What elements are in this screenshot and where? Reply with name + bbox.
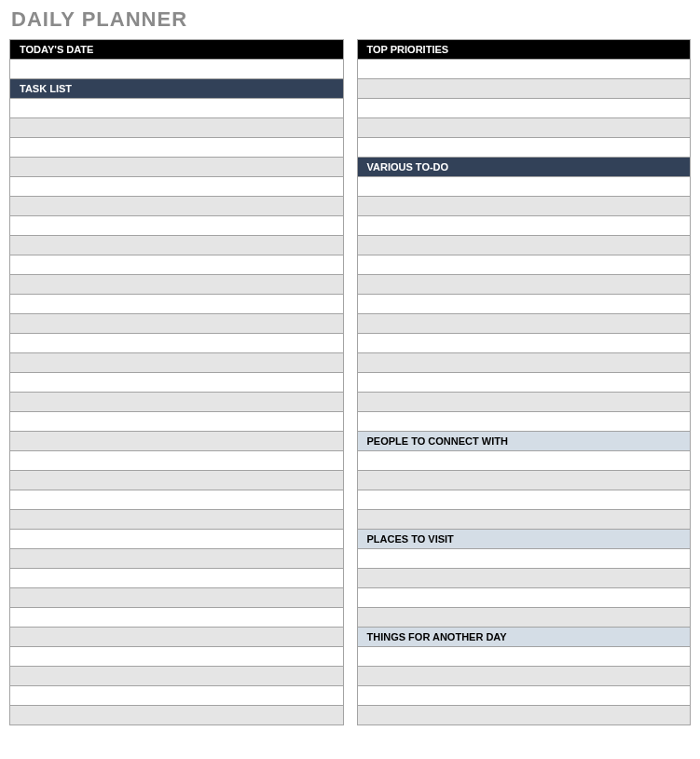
task-row[interactable] xyxy=(9,235,344,255)
todo-row[interactable] xyxy=(357,411,692,432)
task-row[interactable] xyxy=(9,274,344,295)
todo-row[interactable] xyxy=(357,274,692,295)
task-row[interactable] xyxy=(9,450,344,471)
priority-row[interactable] xyxy=(357,78,692,99)
another-day-row[interactable] xyxy=(357,666,692,686)
page-title: DAILY PLANNER xyxy=(11,7,691,32)
task-row[interactable] xyxy=(9,157,344,177)
task-row[interactable] xyxy=(9,411,344,432)
task-row[interactable] xyxy=(9,313,344,334)
priority-row[interactable] xyxy=(357,98,692,118)
task-row[interactable] xyxy=(9,352,344,373)
another-day-row[interactable] xyxy=(357,685,692,706)
people-row[interactable] xyxy=(357,509,692,530)
todo-row[interactable] xyxy=(357,333,692,353)
task-row[interactable] xyxy=(9,294,344,314)
task-row[interactable] xyxy=(9,529,344,549)
people-row[interactable] xyxy=(357,450,692,471)
todo-row[interactable] xyxy=(357,294,692,314)
places-row[interactable] xyxy=(357,607,692,628)
todays-date-header: TODAY'S DATE xyxy=(9,39,344,60)
task-row[interactable] xyxy=(9,666,344,686)
task-row[interactable] xyxy=(9,392,344,412)
priority-row[interactable] xyxy=(357,137,692,158)
right-column: TOP PRIORITIES VARIOUS TO-DO PEOPLE TO C… xyxy=(357,39,692,725)
task-row[interactable] xyxy=(9,215,344,236)
task-row[interactable] xyxy=(9,568,344,588)
task-row[interactable] xyxy=(9,372,344,393)
things-another-day-header: THINGS FOR ANOTHER DAY xyxy=(357,627,692,647)
todo-row[interactable] xyxy=(357,392,692,412)
task-row[interactable] xyxy=(9,587,344,608)
task-row[interactable] xyxy=(9,627,344,647)
todo-row[interactable] xyxy=(357,215,692,236)
task-row[interactable] xyxy=(9,470,344,490)
task-row[interactable] xyxy=(9,117,344,138)
places-row[interactable] xyxy=(357,568,692,588)
places-row[interactable] xyxy=(357,587,692,608)
top-priorities-header: TOP PRIORITIES xyxy=(357,39,692,60)
planner-columns: TODAY'S DATE TASK LIST xyxy=(9,39,691,725)
task-row[interactable] xyxy=(9,137,344,158)
task-row[interactable] xyxy=(9,685,344,706)
task-row[interactable] xyxy=(9,490,344,510)
todo-row[interactable] xyxy=(357,313,692,334)
people-row[interactable] xyxy=(357,490,692,510)
priority-row[interactable] xyxy=(357,117,692,138)
task-row[interactable] xyxy=(9,705,344,725)
todo-row[interactable] xyxy=(357,255,692,275)
left-column: TODAY'S DATE TASK LIST xyxy=(9,39,344,725)
task-list-header: TASK LIST xyxy=(9,78,344,99)
todo-row[interactable] xyxy=(357,352,692,373)
task-row[interactable] xyxy=(9,255,344,275)
todo-row[interactable] xyxy=(357,235,692,255)
various-todo-header: VARIOUS TO-DO xyxy=(357,157,692,177)
task-row[interactable] xyxy=(9,646,344,667)
another-day-row[interactable] xyxy=(357,705,692,725)
todo-row[interactable] xyxy=(357,176,692,197)
people-to-connect-header: PEOPLE TO CONNECT WITH xyxy=(357,431,692,451)
task-row[interactable] xyxy=(9,196,344,216)
todays-date-row[interactable] xyxy=(9,59,344,79)
todo-row[interactable] xyxy=(357,196,692,216)
places-to-visit-header: PLACES TO VISIT xyxy=(357,529,692,549)
task-row[interactable] xyxy=(9,607,344,628)
task-row[interactable] xyxy=(9,333,344,353)
task-row[interactable] xyxy=(9,98,344,118)
priority-row[interactable] xyxy=(357,59,692,79)
task-row[interactable] xyxy=(9,431,344,451)
places-row[interactable] xyxy=(357,548,692,569)
task-row[interactable] xyxy=(9,176,344,197)
task-row[interactable] xyxy=(9,548,344,569)
task-row[interactable] xyxy=(9,509,344,530)
people-row[interactable] xyxy=(357,470,692,490)
todo-row[interactable] xyxy=(357,372,692,393)
another-day-row[interactable] xyxy=(357,646,692,667)
